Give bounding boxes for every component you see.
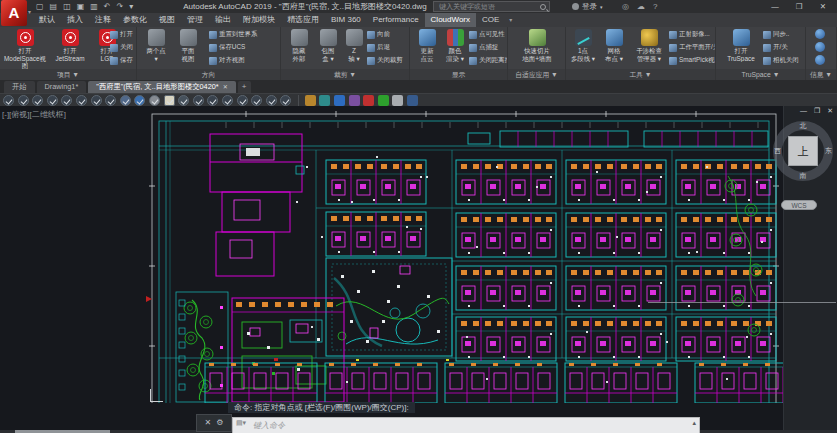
ribbon-tab-7[interactable]: 附加模块 [237, 13, 281, 27]
model-space-canvas[interactable]: [-][俯视][二维线框] —❐✕ 北 南 东 西 上 WCS 命令: 指定对角… [0, 106, 837, 433]
cloudworx-tool-icon-14[interactable] [207, 95, 218, 106]
clip-forward-button[interactable]: 向前 [367, 28, 409, 41]
save-as-icon[interactable]: ▣ [77, 0, 85, 13]
viewcube[interactable]: 北 南 东 西 上 [773, 121, 833, 181]
bounding-box-button[interactable]: 包围 盒 ▾ [315, 29, 341, 62]
cloudworx-app-icon-7[interactable] [407, 95, 418, 106]
minimize-button[interactable]: — [763, 0, 787, 13]
cloudworx-app-icon-5[interactable] [378, 95, 389, 106]
cloudworx-tool-icon-12[interactable] [178, 95, 189, 106]
ribbon-tab-10[interactable]: Performance [367, 13, 425, 27]
update-pointcloud-button[interactable]: 更新 点云 [414, 29, 440, 62]
smartpick-view-button[interactable]: SmartPick视图 [669, 54, 715, 67]
point-visibility-button[interactable]: 点可见性 [469, 28, 507, 41]
ribbon-tab-overflow-icon[interactable]: ▾ [505, 13, 516, 27]
viewcube-north-label[interactable]: 北 [800, 121, 807, 131]
viewcube-west-label[interactable]: 西 [774, 146, 781, 156]
cloudworx-tool-icon-8[interactable] [120, 95, 131, 106]
viewport-controls-label[interactable]: [-][俯视][二维线框] [2, 109, 66, 120]
cloudworx-app-icon-0[interactable] [305, 95, 316, 106]
close-button[interactable]: ✕ [811, 0, 835, 13]
ribbon-tab-6[interactable]: 输出 [209, 13, 237, 27]
cloudworx-tool-icon-17[interactable] [251, 95, 262, 106]
doc-minimize-button[interactable]: — [800, 107, 807, 115]
expand-history-icon[interactable]: ▴ [692, 419, 696, 426]
cloudworx-tool-icon-16[interactable] [237, 95, 248, 106]
open-jetstream-button[interactable]: 打开 JetStream [50, 29, 90, 62]
sign-in-button[interactable]: 登录 ▾ [572, 0, 603, 13]
redo-icon[interactable]: ↷ [117, 0, 124, 13]
hide-outside-button[interactable]: 隐藏 外部 [285, 29, 313, 62]
align-view-button[interactable]: 对齐视图 [209, 54, 279, 67]
help-search-box[interactable] [433, 1, 550, 12]
wcs-dropdown[interactable]: WCS [781, 200, 817, 210]
clip-off-button[interactable]: 关闭裁剪 [367, 54, 409, 67]
drawing-tab-0[interactable]: 开始 [4, 81, 35, 93]
info-icon-0[interactable] [815, 29, 825, 39]
save-project-button[interactable]: 保存 [110, 54, 136, 67]
doc-close-button[interactable]: ✕ [827, 107, 833, 115]
app-store-icon[interactable]: ◎ [622, 2, 629, 11]
command-line-dock[interactable]: ✕ ⚙ ▤▾ ▴ [196, 414, 700, 432]
close-project-button[interactable]: 关闭 [110, 41, 136, 54]
site-plan-drawing[interactable] [146, 106, 783, 403]
undo-icon[interactable]: ↶ [104, 0, 111, 13]
info-icon-1[interactable] [815, 42, 825, 52]
application-menu-button[interactable]: A [1, 0, 27, 26]
ribbon-tab-8[interactable]: 精选应用 [281, 13, 325, 27]
ribbon-tab-1[interactable]: 插入 [61, 13, 89, 27]
open-file-icon[interactable]: ▤ [50, 0, 58, 13]
cloudworx-tool-icon-3[interactable] [47, 95, 58, 106]
plan-view-button[interactable]: 平面 视图 [173, 29, 203, 62]
cloudworx-tool-icon-11[interactable] [164, 95, 175, 106]
clip-back-button[interactable]: 后退 [367, 41, 409, 54]
cloudworx-tool-icon-0[interactable] [3, 95, 14, 106]
plot-icon[interactable]: ▥ [90, 0, 98, 13]
command-input[interactable] [232, 417, 700, 433]
cloudworx-tool-icon-13[interactable] [193, 95, 204, 106]
point-snap-button[interactable]: 点捕捉 [469, 41, 507, 54]
info-icon-2[interactable] [815, 55, 825, 65]
open-modelspace-view-button[interactable]: 打开 ModelSpace视图 [2, 29, 48, 70]
search-input[interactable] [437, 2, 540, 11]
cloudworx-app-icon-3[interactable] [349, 95, 360, 106]
tab-close-icon[interactable]: ✕ [223, 81, 228, 93]
quick-slice-button[interactable]: 快速切片 地面+墙面 [511, 29, 563, 62]
save-icon[interactable]: ◫ [63, 0, 71, 13]
cloudworx-tool-icon-7[interactable] [105, 95, 116, 106]
help-icon[interactable]: ? [653, 2, 657, 11]
cloudworx-app-icon-1[interactable] [319, 95, 330, 106]
cloudworx-tool-icon-6[interactable] [91, 95, 102, 106]
cloudworx-tool-icon-18[interactable] [266, 95, 277, 106]
ribbon-tab-5[interactable]: 管理 [181, 13, 209, 27]
ribbon-tab-11[interactable]: CloudWorx [425, 13, 476, 27]
ribbon-tab-9[interactable]: BIM 360 [325, 13, 367, 27]
ortho-image-button[interactable]: 正射影像... [669, 28, 715, 41]
new-file-icon[interactable]: ▢ [36, 0, 44, 13]
qat-dropdown-icon[interactable]: ▾ [129, 0, 133, 13]
ribbon-tab-12[interactable]: COE [476, 13, 505, 27]
color-render-button[interactable]: 颜色 渲染 ▾ [442, 29, 468, 62]
distance-control-off-button[interactable]: 关闭距离控制 ▾ [469, 54, 507, 67]
camera-off-button[interactable]: 相机关闭 [763, 54, 805, 67]
two-points-button[interactable]: 两个点 ▾ [141, 29, 171, 62]
new-drawing-tab-button[interactable]: + [238, 81, 251, 93]
drawing-tab-1[interactable]: Drawing1* [37, 81, 87, 93]
clash-manager-button[interactable]: 干涉检查 管理器 ▾ [630, 29, 668, 62]
grid-points-button[interactable]: 网格 布点 ▾ [600, 29, 628, 62]
restore-button[interactable]: ❐ [787, 0, 811, 13]
doc-restore-button[interactable]: ❐ [814, 107, 820, 115]
sync-button[interactable]: 同步.. [763, 28, 805, 41]
ribbon-tab-2[interactable]: 注释 [89, 13, 117, 27]
stay-connected-icon[interactable]: ☁ [637, 2, 645, 11]
cloudworx-tool-icon-19[interactable] [280, 95, 291, 106]
open-truspace-button[interactable]: 打开 TruSpace [720, 29, 762, 62]
recent-commands-icon[interactable]: ▤▾ [236, 419, 246, 426]
cloudworx-tool-icon-9[interactable] [134, 95, 145, 106]
cloudworx-tool-icon-5[interactable] [76, 95, 87, 106]
cloudworx-app-icon-4[interactable] [363, 95, 374, 106]
ribbon-tab-4[interactable]: 视图 [153, 13, 181, 27]
cloudworx-tool-icon-4[interactable] [61, 95, 72, 106]
customize-command-icon[interactable]: ⚙ [216, 419, 223, 427]
cloudworx-tool-icon-10[interactable] [149, 95, 160, 106]
